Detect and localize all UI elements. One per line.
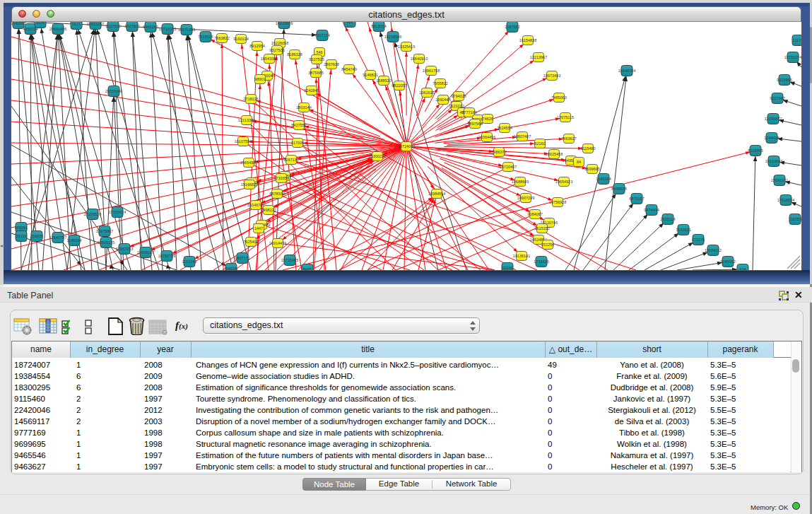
svg-text:18907249: 18907249 (517, 196, 534, 200)
svg-text:9777169: 9777169 (461, 110, 476, 115)
svg-text:881: 881 (346, 22, 353, 24)
svg-text:16046786: 16046786 (247, 203, 264, 207)
svg-text:9227342: 9227342 (770, 96, 784, 100)
svg-text:9699695: 9699695 (584, 167, 599, 171)
svg-text:1640954: 1640954 (596, 177, 611, 181)
svg-text:1990448: 1990448 (435, 98, 450, 102)
svg-text:2718126: 2718126 (243, 97, 258, 101)
svg-text:39119: 39119 (16, 234, 27, 238)
svg-text:84: 84 (577, 160, 581, 164)
svg-text:16543382: 16543382 (261, 57, 278, 61)
svg-text:8813054: 8813054 (371, 24, 386, 28)
svg-text:7986372: 7986372 (491, 150, 506, 154)
svg-text:15751074: 15751074 (784, 55, 801, 59)
svg-text:9146821: 9146821 (363, 73, 377, 77)
svg-text:17353924: 17353924 (109, 210, 126, 214)
svg-text:16210643: 16210643 (765, 159, 782, 163)
svg-text:1244415: 1244415 (764, 136, 779, 140)
svg-text:1362615: 1362615 (419, 90, 434, 95)
svg-text:7632621: 7632621 (676, 228, 690, 232)
svg-text:3498222: 3498222 (261, 208, 276, 212)
svg-text:1733426: 1733426 (534, 259, 548, 264)
svg-text:10025458: 10025458 (546, 152, 563, 156)
svg-text:924: 924 (739, 267, 746, 270)
svg-text:417006: 417006 (291, 141, 304, 145)
svg-text:7463627: 7463627 (561, 136, 576, 141)
svg-text:10249: 10249 (502, 266, 512, 270)
svg-text:2087682: 2087682 (505, 25, 519, 29)
svg-text:9327506: 9327506 (269, 48, 284, 52)
svg-text:8938928: 8938928 (611, 187, 626, 191)
svg-text:2803144: 2803144 (296, 105, 311, 110)
svg-text:15692971: 15692971 (771, 178, 788, 182)
svg-text:10807487: 10807487 (514, 134, 531, 139)
svg-text:18724007: 18724007 (398, 144, 415, 148)
svg-text:10961758: 10961758 (423, 69, 440, 73)
svg-text:1588520: 1588520 (376, 78, 391, 83)
svg-text:74626: 74626 (482, 117, 493, 121)
svg-text:8427552: 8427552 (291, 123, 306, 127)
svg-text:16671355: 16671355 (178, 28, 195, 32)
svg-text:9329966: 9329966 (777, 78, 792, 82)
svg-text:16640910: 16640910 (411, 57, 428, 61)
svg-text:7663822: 7663822 (214, 36, 229, 40)
svg-text:3624554: 3624554 (497, 126, 512, 130)
svg-text:19218506: 19218506 (384, 35, 401, 39)
svg-text:8267130: 8267130 (283, 158, 298, 162)
svg-text:9121: 9121 (72, 22, 81, 26)
svg-text:9106: 9106 (36, 22, 45, 25)
svg-text:6897568: 6897568 (467, 122, 482, 126)
svg-text:8186328: 8186328 (287, 52, 302, 57)
svg-text:25300235: 25300235 (369, 154, 386, 158)
svg-text:1192346: 1192346 (182, 259, 196, 264)
svg-text:10654112: 10654112 (705, 248, 722, 252)
svg-text:98901: 98901 (254, 77, 265, 81)
svg-text:8454749: 8454749 (341, 67, 356, 71)
svg-text:252254: 252254 (541, 243, 554, 247)
svg-text:19654985: 19654985 (240, 160, 257, 165)
svg-text:546: 546 (316, 50, 322, 54)
svg-text:116753: 116753 (789, 217, 801, 221)
svg-text:7515526: 7515526 (198, 35, 213, 39)
svg-text:9794028: 9794028 (451, 94, 466, 98)
svg-text:16648784: 16648784 (618, 69, 635, 73)
svg-text:19166827: 19166827 (241, 182, 258, 187)
svg-text:10653267: 10653267 (87, 22, 104, 26)
svg-text:16914479: 16914479 (269, 241, 286, 245)
svg-text:6822057: 6822057 (392, 83, 406, 88)
svg-text:9327505: 9327505 (309, 57, 324, 62)
svg-text:12093872: 12093872 (765, 117, 782, 121)
svg-text:19384554: 19384554 (428, 192, 445, 196)
svg-text:12942757: 12942757 (49, 235, 66, 240)
svg-text:9242845: 9242845 (304, 88, 319, 93)
svg-text:13325419: 13325419 (398, 45, 415, 49)
svg-text:20053346: 20053346 (105, 89, 122, 93)
svg-text:1527602: 1527602 (105, 24, 120, 28)
svg-text:62160: 62160 (534, 141, 545, 146)
svg-text:16782759: 16782759 (158, 254, 175, 258)
svg-text:15720407: 15720407 (500, 165, 517, 169)
svg-text:12975115: 12975115 (557, 115, 574, 119)
svg-text:12213967: 12213967 (530, 55, 547, 59)
svg-text:20206528: 20206528 (84, 212, 101, 216)
svg-text:20691406: 20691406 (49, 27, 66, 31)
svg-text:7955812: 7955812 (433, 81, 447, 86)
svg-text:15716485: 15716485 (281, 258, 298, 262)
svg-text:7357224: 7357224 (314, 33, 329, 37)
svg-text:12213389: 12213389 (238, 118, 255, 122)
svg-text:6879197: 6879197 (629, 197, 644, 201)
svg-text:9457771: 9457771 (235, 256, 249, 260)
svg-text:16033809: 16033809 (276, 22, 293, 25)
svg-text:1447: 1447 (254, 226, 263, 230)
svg-text:1527602: 1527602 (124, 24, 139, 28)
svg-text:7485063: 7485063 (551, 95, 566, 100)
svg-text:33975867: 33975867 (96, 229, 113, 233)
svg-text:8912954: 8912954 (249, 44, 264, 48)
svg-text:15226058: 15226058 (271, 41, 288, 45)
svg-text:7625402: 7625402 (243, 240, 258, 244)
svg-text:17957253: 17957253 (116, 247, 133, 251)
svg-text:655061: 655061 (15, 226, 28, 230)
svg-text:10688609: 10688609 (512, 180, 529, 184)
svg-text:10973493: 10973493 (543, 74, 560, 78)
svg-text:2867608: 2867608 (324, 62, 339, 66)
